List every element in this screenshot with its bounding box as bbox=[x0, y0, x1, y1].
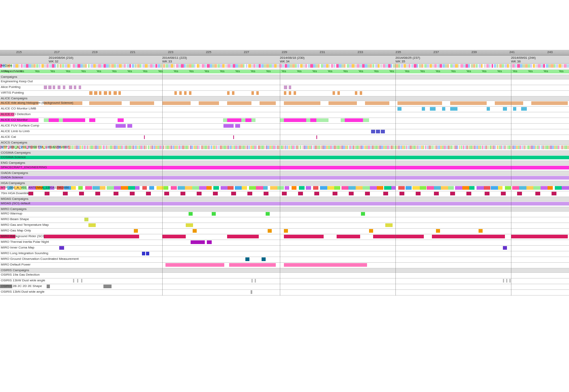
gantt-bar[interactable] bbox=[89, 91, 92, 95]
gantt-bar[interactable] bbox=[393, 146, 394, 149]
gantt-bar[interactable] bbox=[305, 64, 307, 68]
gantt-bar[interactable] bbox=[89, 118, 95, 122]
gantt-bar[interactable] bbox=[264, 146, 265, 149]
gantt-bar[interactable] bbox=[360, 91, 362, 95]
gantt-bar[interactable] bbox=[337, 235, 360, 238]
gantt-bar[interactable] bbox=[193, 229, 197, 233]
gantt-bar[interactable] bbox=[88, 223, 96, 227]
gantt-bar[interactable] bbox=[552, 192, 556, 195]
gantt-bar[interactable] bbox=[465, 146, 466, 149]
gantt-bar[interactable] bbox=[99, 91, 101, 95]
gantt-bar[interactable] bbox=[376, 130, 380, 133]
gantt-bar[interactable] bbox=[47, 285, 50, 288]
gantt-bar[interactable] bbox=[476, 64, 478, 68]
gantt-bar[interactable] bbox=[116, 124, 126, 128]
gantt-bar[interactable] bbox=[284, 101, 320, 105]
gantt-bar[interactable] bbox=[191, 146, 193, 149]
gantt-bar[interactable] bbox=[469, 186, 475, 190]
gantt-bar[interactable] bbox=[299, 186, 305, 190]
gantt-bar[interactable] bbox=[118, 118, 124, 122]
gantt-bar[interactable] bbox=[223, 124, 234, 128]
gantt-bar[interactable] bbox=[434, 186, 442, 190]
gantt-bar[interactable] bbox=[268, 229, 272, 233]
gantt-bar[interactable] bbox=[391, 186, 396, 190]
gantt-bar[interactable] bbox=[369, 229, 373, 233]
gantt-bar[interactable] bbox=[227, 235, 259, 238]
gantt-bar[interactable] bbox=[520, 146, 521, 149]
gantt-bar[interactable] bbox=[251, 290, 252, 294]
gantt-bar[interactable] bbox=[398, 146, 400, 149]
gantt-bar[interactable] bbox=[505, 146, 506, 149]
gantt-bar[interactable] bbox=[79, 192, 84, 195]
gantt-bar[interactable] bbox=[85, 146, 87, 149]
gantt-bar[interactable] bbox=[311, 146, 312, 149]
gantt-bar[interactable] bbox=[94, 91, 97, 95]
gantt-bar[interactable] bbox=[502, 64, 504, 68]
gantt-bar[interactable] bbox=[81, 279, 82, 283]
gantt-bar[interactable] bbox=[434, 192, 439, 195]
gantt-bar[interactable] bbox=[0, 166, 569, 169]
gantt-bar[interactable] bbox=[165, 263, 224, 267]
gantt-bar[interactable] bbox=[450, 192, 455, 195]
gantt-bar[interactable] bbox=[199, 146, 200, 149]
gantt-bar[interactable] bbox=[95, 192, 100, 195]
gantt-bar[interactable] bbox=[481, 64, 483, 68]
gantt-bar[interactable] bbox=[251, 279, 253, 283]
gantt-bar[interactable] bbox=[289, 91, 291, 95]
gantt-bar[interactable] bbox=[548, 186, 553, 190]
gantt-bar[interactable] bbox=[543, 146, 544, 149]
gantt-bar[interactable] bbox=[511, 235, 568, 238]
gantt-bar[interactable] bbox=[398, 64, 400, 68]
gantt-bar[interactable] bbox=[562, 186, 569, 190]
gantt-bar[interactable] bbox=[284, 118, 306, 122]
gantt-bar[interactable] bbox=[164, 192, 169, 195]
gantt-row[interactable]: OSIRIS 13bW Dust wide angle bbox=[0, 278, 569, 284]
gantt-bar[interactable] bbox=[144, 146, 146, 149]
gantt-bar[interactable] bbox=[218, 146, 219, 149]
gantt-bar[interactable] bbox=[561, 64, 563, 68]
gantt-bar[interactable] bbox=[243, 64, 245, 68]
gantt-bar[interactable] bbox=[127, 64, 129, 68]
gantt-chart[interactable]: 2152172192212232252272292312332352372392… bbox=[0, 50, 569, 296]
gantt-bar[interactable] bbox=[466, 146, 468, 149]
gantt-bar[interactable] bbox=[567, 146, 569, 149]
gantt-bar[interactable] bbox=[421, 64, 423, 68]
gantt-bar[interactable] bbox=[39, 64, 41, 68]
gantt-bar[interactable] bbox=[240, 64, 243, 68]
gantt-bar[interactable] bbox=[297, 64, 299, 68]
gantt-bar[interactable] bbox=[87, 146, 88, 149]
gantt-bar[interactable] bbox=[457, 146, 458, 149]
gantt-bar[interactable] bbox=[306, 186, 311, 190]
gantt-bar[interactable] bbox=[74, 86, 76, 89]
gantt-bar[interactable] bbox=[228, 186, 234, 190]
gantt-bar[interactable] bbox=[442, 107, 445, 111]
gantt-bar[interactable] bbox=[334, 64, 336, 68]
gantt-bar[interactable] bbox=[484, 186, 491, 190]
gantt-bar[interactable] bbox=[415, 146, 417, 149]
gantt-bar[interactable] bbox=[146, 252, 149, 255]
gantt-row[interactable]: MIRO Default Power bbox=[0, 263, 569, 268]
gantt-bar[interactable] bbox=[447, 64, 449, 68]
gantt-bar[interactable] bbox=[114, 192, 118, 195]
gantt-bar[interactable] bbox=[480, 146, 481, 149]
gantt-bar[interactable] bbox=[487, 107, 490, 111]
gantt-bar[interactable] bbox=[21, 64, 23, 68]
gantt-bar[interactable] bbox=[34, 64, 36, 68]
gantt-row[interactable]: AltAspectValueYesYesYesYesYesYesYesYesYe… bbox=[0, 69, 569, 75]
gantt-row[interactable]: COSIMA Campaigns bbox=[0, 151, 569, 155]
gantt-bar[interactable] bbox=[398, 186, 405, 190]
gantt-bar[interactable] bbox=[531, 101, 568, 105]
gantt-row[interactable]: MIDAS Campaigns bbox=[0, 197, 569, 201]
gantt-bar[interactable] bbox=[371, 130, 375, 133]
gantt-bar[interactable] bbox=[245, 257, 249, 261]
gantt-bar[interactable] bbox=[453, 146, 455, 149]
gantt-bar[interactable] bbox=[370, 64, 372, 68]
gantt-bar[interactable] bbox=[385, 223, 393, 227]
gantt-bar[interactable] bbox=[419, 146, 421, 149]
gantt-bar[interactable] bbox=[253, 64, 256, 68]
gantt-bar[interactable] bbox=[262, 257, 266, 261]
gantt-row[interactable]: MIRO Background Rider (SCI) bbox=[0, 234, 569, 240]
gantt-bar[interactable] bbox=[199, 64, 201, 68]
gantt-bar[interactable] bbox=[494, 64, 496, 68]
gantt-bar[interactable] bbox=[109, 91, 111, 95]
